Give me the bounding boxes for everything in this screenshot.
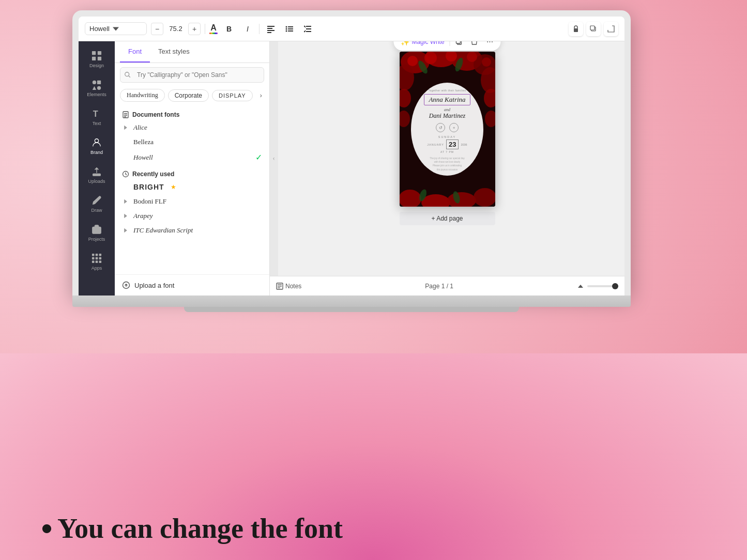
expand-icon-arapey (122, 212, 129, 220)
magic-write-button[interactable]: ✨ Magic Write (398, 41, 447, 47)
panel-content[interactable]: Document fonts Alice (115, 106, 269, 274)
sidebar-item-draw[interactable]: Draw (81, 190, 112, 217)
document-fonts-label: Document fonts (132, 111, 179, 118)
notes-icon (276, 283, 283, 290)
card-add-icon[interactable]: + (449, 123, 459, 132)
list-button[interactable] (282, 22, 297, 36)
decrease-size-button[interactable]: − (151, 23, 163, 35)
card-day-label: SUNDAY (424, 135, 470, 138)
selected-font-name: Howell (89, 25, 110, 33)
name-box: Anna Katrina (424, 94, 470, 105)
selected-check-icon: ✓ (255, 152, 262, 162)
font-name-arapey: Arapey (133, 212, 153, 220)
svg-rect-10 (306, 26, 311, 27)
upload-font-button[interactable]: Upload a font (115, 274, 269, 295)
bold-button[interactable]: B (222, 22, 236, 36)
svg-rect-1 (267, 28, 272, 29)
color-letter: A (210, 23, 217, 33)
chip-corporate[interactable]: Corporate (168, 89, 209, 102)
chips-more[interactable]: › (256, 90, 266, 101)
sidebar-label-text: Text (93, 121, 101, 126)
sidebar-label-apps: Apps (92, 266, 102, 271)
sidebar-item-brand[interactable]: Brand (81, 132, 112, 159)
sidebar-item-apps[interactable]: Apps (81, 248, 112, 275)
svg-rect-0 (267, 26, 275, 27)
chevron-up-icon[interactable] (577, 283, 584, 290)
duplicate-button[interactable] (586, 22, 601, 36)
font-name-bodoni: Bodoni FLF (133, 197, 166, 206)
font-item-belleza[interactable]: Belleza (115, 135, 269, 149)
svg-rect-34 (92, 260, 95, 263)
magic-delete-button[interactable] (468, 41, 481, 49)
svg-rect-35 (96, 260, 98, 263)
sidebar-item-projects[interactable]: Projects (81, 219, 112, 246)
magic-toolbar-divider (450, 41, 450, 46)
editor-main: › ✨ Magic Write (270, 41, 624, 295)
elements-icon (91, 79, 102, 90)
color-bar (209, 33, 218, 34)
svg-rect-5 (288, 26, 293, 27)
svg-rect-23 (97, 86, 101, 89)
sidebar-item-text[interactable]: T Text (81, 103, 112, 130)
svg-rect-29 (96, 253, 98, 256)
svg-rect-3 (267, 32, 271, 33)
lock-button[interactable] (569, 22, 583, 36)
font-item-itc[interactable]: ITC Edwardian Script (115, 223, 269, 238)
svg-rect-32 (96, 257, 98, 259)
svg-rect-9 (288, 30, 293, 32)
svg-rect-36 (99, 260, 102, 263)
notes-label: Notes (285, 283, 301, 290)
sidebar-item-design[interactable]: Design (81, 45, 112, 72)
svg-point-8 (286, 30, 287, 32)
laptop-container: Howell − 75.2 + A B I (72, 10, 631, 312)
zoom-slider[interactable] (587, 285, 618, 287)
tab-text-styles[interactable]: Text styles (150, 41, 198, 63)
sidebar-item-uploads[interactable]: Uploads (81, 161, 112, 188)
tab-font[interactable]: Font (120, 41, 150, 63)
draw-icon (91, 195, 102, 206)
caption-text: You can change the font (57, 512, 343, 545)
font-item-howell[interactable]: Howell ✓ (115, 149, 269, 165)
font-name-itc: ITC Edwardian Script (133, 226, 193, 235)
expand-icon-bodoni (122, 198, 129, 205)
font-selector-dropdown[interactable]: Howell (85, 22, 147, 35)
card-refresh-icon[interactable]: ↺ (436, 123, 445, 132)
line-height-button[interactable] (301, 22, 315, 36)
recently-used-label: Recently used (132, 170, 174, 178)
increase-size-button[interactable]: + (188, 23, 201, 35)
font-name-bright: BRIGHT (133, 183, 164, 191)
font-item-bright[interactable]: BRIGHT ★ (115, 180, 269, 194)
font-search-input[interactable] (120, 67, 264, 83)
notes-button[interactable]: Notes (276, 283, 301, 290)
sidebar-item-elements[interactable]: Elements (81, 74, 112, 101)
card-background: Together with their families Anna Katrin… (400, 52, 495, 207)
magic-copy-button[interactable] (452, 41, 466, 49)
italic-button[interactable]: I (240, 22, 255, 36)
recently-used-header: Recently used (115, 165, 269, 180)
font-size-value[interactable]: 75.2 (165, 25, 186, 33)
add-page-button[interactable]: + Add page (400, 212, 495, 225)
sidebar-label-projects: Projects (88, 237, 105, 242)
canvas-left-bar[interactable]: › (270, 41, 278, 276)
card-day: 23 (446, 139, 459, 149)
font-item-bodoni[interactable]: Bodoni FLF (115, 194, 269, 209)
magic-more-button[interactable]: ··· (483, 41, 497, 49)
expand-button[interactable] (604, 22, 618, 36)
font-name-howell: Howell (133, 153, 153, 162)
toolbar-divider-2 (259, 24, 260, 34)
svg-rect-7 (288, 28, 293, 29)
font-item-alice[interactable]: Alice (115, 120, 269, 135)
card-month: JANUARY (427, 143, 444, 146)
search-icon (124, 71, 131, 79)
svg-rect-18 (92, 56, 96, 60)
sidebar: Design Elements T Text (79, 41, 115, 295)
svg-rect-26 (93, 174, 101, 176)
text-color-button[interactable]: A (209, 23, 218, 34)
card-name2: Dani Martinez (424, 112, 470, 120)
design-card: Together with their families Anna Katrin… (400, 52, 495, 207)
align-left-button[interactable] (264, 22, 278, 36)
font-item-arapey[interactable]: Arapey (115, 209, 269, 223)
chip-display[interactable]: DISPLAY (212, 90, 253, 101)
zoom-dot (612, 283, 618, 289)
chip-handwriting[interactable]: Handwriting (120, 89, 165, 102)
